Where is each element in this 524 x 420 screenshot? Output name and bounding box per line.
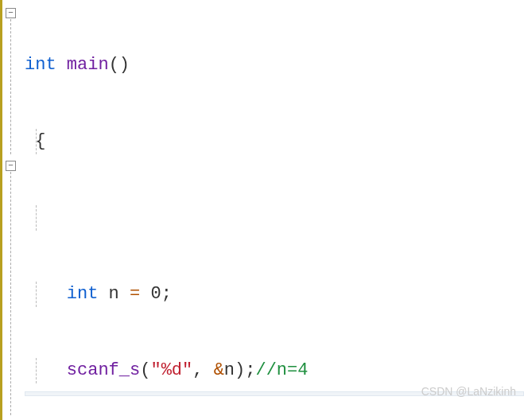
brace-open: { <box>35 131 45 151</box>
code-line <box>25 205 524 231</box>
text: 0 <box>140 284 161 304</box>
operator: = <box>130 284 140 304</box>
text: n <box>98 284 130 304</box>
fold-toggle-for[interactable] <box>6 161 16 171</box>
parens: () <box>109 55 130 75</box>
function-scanf: scanf_s <box>67 360 140 380</box>
paren: ) <box>235 360 245 380</box>
watermark: CSDN @LaNzikinh <box>421 385 516 398</box>
code-line: int main() <box>25 52 524 78</box>
code-line: { <box>25 129 524 154</box>
semicolon: ; <box>161 284 172 304</box>
operator: & <box>214 360 224 380</box>
gutter <box>2 0 25 420</box>
identifier-main: main <box>67 55 109 75</box>
semicolon: ; <box>245 360 255 380</box>
fold-toggle-main[interactable] <box>6 8 16 18</box>
text: n <box>224 360 235 380</box>
code-line: scanf_s("%d", &n);//n=4 <box>25 358 524 383</box>
string-literal: "%d" <box>150 360 192 380</box>
keyword-int: int <box>67 284 99 304</box>
paren: ( <box>140 360 150 380</box>
fold-line-1 <box>10 19 11 154</box>
code-area[interactable]: int main() { int n = 0; scanf_s("%d", &n… <box>25 0 524 420</box>
comment: //n=4 <box>255 360 308 380</box>
code-editor: int main() { int n = 0; scanf_s("%d", &n… <box>0 0 524 420</box>
code-line: int n = 0; <box>25 282 524 307</box>
keyword-int: int <box>25 55 56 75</box>
fold-line-2 <box>10 172 11 415</box>
text: , <box>192 360 213 380</box>
